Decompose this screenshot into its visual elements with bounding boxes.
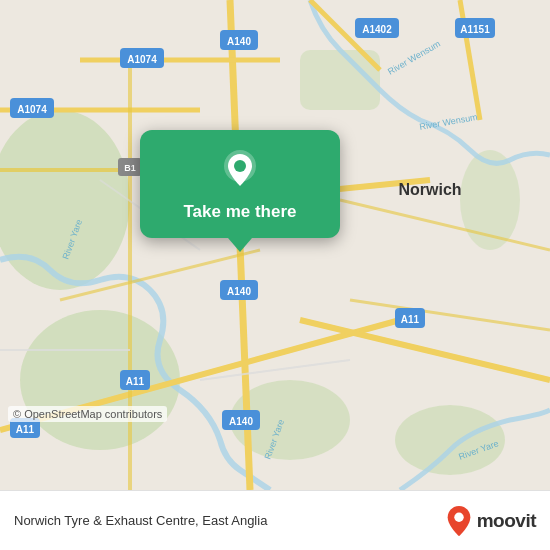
svg-point-2 [20,310,180,450]
svg-text:A140: A140 [229,416,253,427]
svg-text:B1: B1 [124,163,136,173]
osm-attribution: © OpenStreetMap contributors [8,406,167,422]
svg-text:Norwich: Norwich [398,181,461,198]
svg-text:A1074: A1074 [17,104,47,115]
moovit-wordmark: moovit [477,510,536,532]
svg-text:A1402: A1402 [362,24,392,35]
map-pin-icon [218,148,262,192]
svg-text:A11: A11 [16,424,35,435]
svg-point-5 [395,405,505,475]
map-area[interactable]: A1074 A1074 A1402 A1151 A140 A140 A140 A… [0,0,550,490]
svg-point-53 [454,512,463,521]
footer-bar: Norwich Tyre & Exhaust Centre, East Angl… [0,490,550,550]
svg-text:A140: A140 [227,286,251,297]
location-name: Norwich Tyre & Exhaust Centre, East Angl… [14,513,267,528]
svg-text:A1151: A1151 [460,24,490,35]
svg-text:A11: A11 [401,314,420,325]
svg-text:A1074: A1074 [127,54,157,65]
svg-text:A11: A11 [126,376,145,387]
svg-text:A140: A140 [227,36,251,47]
take-me-there-button[interactable]: Take me there [183,202,296,222]
svg-point-52 [234,160,246,172]
moovit-logo: moovit [445,504,536,538]
moovit-pin-icon [445,504,473,538]
navigation-popup[interactable]: Take me there [140,130,340,238]
